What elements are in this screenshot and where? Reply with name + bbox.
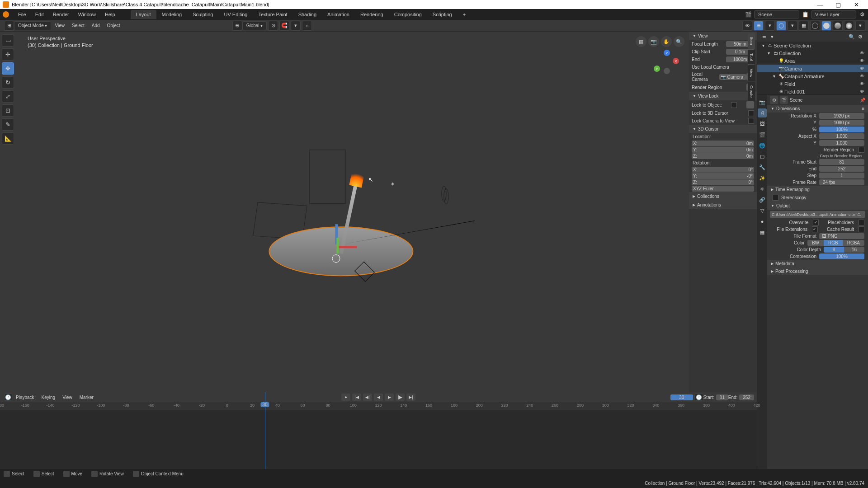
ptab-mesh[interactable]: ▽ <box>758 206 767 215</box>
ol-item-catapult-armature[interactable]: ▾🦴Catapult Armature👁 <box>757 72 868 80</box>
gizmo-d[interactable]: ▾ <box>765 21 775 31</box>
clock-icon[interactable]: 🕐 <box>694 394 703 401</box>
play-rev-icon[interactable]: ◀ <box>374 394 383 401</box>
play-icon[interactable]: ▶ <box>385 394 394 401</box>
compression[interactable]: 100% <box>819 253 864 259</box>
color-mode[interactable]: BWRGBRGBA <box>807 240 864 246</box>
stereo-check[interactable] <box>773 195 778 201</box>
current-frame[interactable]: 30 <box>670 394 693 400</box>
tab-add[interactable]: + <box>458 10 471 19</box>
viewlayer-select[interactable]: View Layer <box>811 10 856 19</box>
vp-camera-icon[interactable]: ▦ <box>636 36 646 47</box>
browse-icon[interactable]: 🗀 <box>855 212 863 217</box>
ptab-output[interactable]: 🖨 <box>758 108 767 117</box>
lock-obj-sel[interactable] <box>731 102 737 108</box>
res-y[interactable]: 1080 px <box>819 120 864 126</box>
ol-item-area[interactable]: 💡Area👁 <box>757 57 868 65</box>
scene-select[interactable]: Scene <box>754 10 799 19</box>
vp-cam-toggle-icon[interactable]: 📷 <box>648 36 659 47</box>
key-next-icon[interactable]: |▶ <box>396 394 405 401</box>
ptab-viewlayer[interactable]: 🖼 <box>758 119 767 128</box>
nav-gizmo[interactable]: Z X Y <box>654 50 680 76</box>
maximize-button[interactable]: ▢ <box>829 1 847 8</box>
shade-d[interactable]: ▾ <box>855 21 865 31</box>
frame-rate[interactable]: 24 fps <box>819 179 864 185</box>
menu-edit[interactable]: Edit <box>31 12 48 17</box>
fileext-check[interactable] <box>812 226 818 232</box>
asp-x[interactable]: 1.000 <box>819 133 864 139</box>
editor-type-icon[interactable]: ⊞ <box>4 21 14 31</box>
jump-end-icon[interactable]: ▶| <box>406 394 415 401</box>
res-x[interactable]: 1920 px <box>819 113 864 119</box>
res-pct[interactable]: 100% <box>819 127 864 132</box>
vp-pan-icon[interactable]: ✋ <box>661 36 672 47</box>
ntab-tool[interactable]: Tool <box>748 50 755 65</box>
axis-nz-icon[interactable] <box>664 68 670 74</box>
frame-step[interactable]: 1 <box>819 173 864 178</box>
tool-move[interactable]: ✥ <box>2 62 14 75</box>
panel-annotations[interactable]: ▶Annotations <box>689 201 757 209</box>
preset-icon[interactable]: ≡ <box>862 106 864 111</box>
output-path[interactable]: C:\Users\Neil\Desktop\3...tapult Animati… <box>770 211 865 218</box>
sect-stereo[interactable]: Stereoscopy <box>767 193 868 202</box>
menu-window[interactable]: Window <box>74 12 100 17</box>
cursor-rz[interactable]: Z:0° <box>692 179 754 185</box>
frame-end[interactable]: 252 <box>819 166 864 172</box>
mode-select[interactable]: Object Mode ▾ <box>14 21 51 30</box>
ol-scene-collection[interactable]: ▾🗀Scene Collection <box>757 42 868 49</box>
tl-playback[interactable]: Playback <box>12 395 38 400</box>
tool-transform[interactable]: ⊡ <box>2 104 14 117</box>
menu-render[interactable]: Render <box>48 12 74 17</box>
key-prev-icon[interactable]: ◀| <box>363 394 372 401</box>
tab-render[interactable]: Rendering <box>355 10 389 19</box>
tab-uv[interactable]: UV Editing <box>218 10 253 19</box>
shade-solid[interactable] <box>821 21 831 31</box>
hm-view[interactable]: View <box>51 23 68 28</box>
ptab-object[interactable]: ▢ <box>758 152 767 161</box>
pivot-icon[interactable]: ⊙ <box>268 21 278 31</box>
filter-icon[interactable]: ⚙ <box>858 10 866 19</box>
tl-keying[interactable]: Keying <box>38 395 59 400</box>
lock-cam-check[interactable] <box>748 118 754 124</box>
panel-3dcursor[interactable]: ▼3D Cursor <box>689 125 757 133</box>
ptab-modifier[interactable]: 🔧 <box>758 163 767 172</box>
sect-output[interactable]: ▼Output <box>767 202 868 210</box>
ol-item-camera[interactable]: 📷Camera👁 <box>757 65 868 72</box>
shade-wire[interactable] <box>810 21 820 31</box>
hm-select[interactable]: Select <box>68 23 88 28</box>
hm-add[interactable]: Add <box>88 23 104 28</box>
hm-object[interactable]: Object <box>104 23 124 28</box>
ptab-physics[interactable]: ⚛ <box>758 184 767 193</box>
tool-annotate[interactable]: ✎ <box>2 118 14 131</box>
cursor-x[interactable]: X:0m <box>692 141 754 146</box>
tab-shading[interactable]: Shading <box>293 10 322 19</box>
ptab-material[interactable]: ● <box>758 217 767 226</box>
ntab-view[interactable]: View <box>748 65 755 81</box>
tab-comp[interactable]: Compositing <box>389 10 427 19</box>
cursor-z[interactable]: Z:0m <box>692 153 754 159</box>
tl-view[interactable]: View <box>59 395 76 400</box>
orient-icon[interactable]: ⊕ <box>232 21 242 31</box>
snap-icon[interactable]: 🧲 <box>279 21 289 31</box>
tool-rotate[interactable]: ↻ <box>2 76 14 89</box>
panel-view-lock[interactable]: ▼View Lock <box>689 92 757 100</box>
autokey-icon[interactable]: ● <box>341 394 350 401</box>
panel-view[interactable]: ▼View <box>689 32 757 40</box>
tool-measure[interactable]: 📐 <box>2 132 14 145</box>
menu-help[interactable]: Help <box>100 12 120 17</box>
menu-file[interactable]: File <box>14 12 31 17</box>
asp-y[interactable]: 1.000 <box>819 140 864 146</box>
xray-icon[interactable]: ▦ <box>799 21 809 31</box>
sect-post[interactable]: ▶Post Processing <box>767 267 868 275</box>
ptab-world[interactable]: 🌐 <box>758 141 767 150</box>
ol-item-collection[interactable]: ▾🗀Collection👁 <box>757 49 868 57</box>
ptab-particles[interactable]: ✨ <box>758 174 767 183</box>
jump-start-icon[interactable]: |◀ <box>352 394 361 401</box>
shade-lookdev[interactable] <box>833 21 843 31</box>
panel-collections[interactable]: ▶Collections <box>689 192 757 201</box>
tab-modeling[interactable]: Modeling <box>156 10 188 19</box>
ntab-item[interactable]: Item <box>748 33 755 49</box>
file-format[interactable]: 🖼 PNG <box>819 233 864 239</box>
frame-start[interactable]: 81 <box>819 159 864 165</box>
tab-script[interactable]: Scripting <box>427 10 458 19</box>
